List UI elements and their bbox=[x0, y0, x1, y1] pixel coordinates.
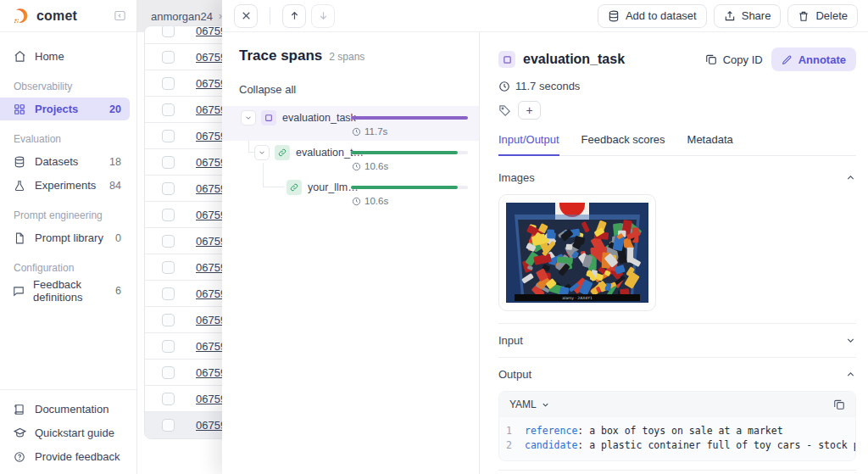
span-link-icon bbox=[287, 180, 302, 195]
span-duration-bar bbox=[351, 186, 458, 189]
add-tag-button[interactable]: + bbox=[518, 101, 541, 120]
sidebar-item-projects[interactable]: Projects 20 bbox=[0, 98, 130, 120]
sidebar-nav: Home Observability Projects 20 Evaluatio… bbox=[0, 32, 136, 302]
detail-tabs: Input/Output Feedback scores Metadata bbox=[498, 133, 856, 156]
share-button[interactable]: Share bbox=[714, 4, 782, 28]
next-trace-arrow-down-icon[interactable] bbox=[311, 4, 335, 28]
row-checkbox[interactable] bbox=[162, 419, 175, 432]
row-checkbox[interactable] bbox=[162, 103, 175, 116]
chevron-up-icon[interactable] bbox=[845, 369, 856, 380]
span-row-trace[interactable]: evaluation_task 11.7s bbox=[222, 106, 479, 141]
database-icon bbox=[608, 10, 620, 22]
row-checkbox[interactable] bbox=[162, 130, 175, 142]
sidebar-item-provide-feedback[interactable]: Provide feedback bbox=[0, 445, 130, 468]
span-row-grandchild[interactable]: your_llm_a... 10.6s bbox=[222, 176, 479, 210]
output-section-header[interactable]: Output bbox=[498, 368, 856, 381]
book-icon bbox=[13, 403, 26, 416]
delete-button[interactable]: Delete bbox=[787, 4, 858, 28]
add-to-dataset-button[interactable]: Add to dataset bbox=[598, 4, 707, 28]
row-checkbox[interactable] bbox=[162, 261, 175, 274]
code-line: 1reference: a box of toys on sale at a m… bbox=[499, 424, 855, 438]
span-count: 2 spans bbox=[329, 51, 364, 63]
header-divider bbox=[270, 8, 270, 25]
span-duration-bar bbox=[351, 151, 458, 154]
row-checkbox[interactable] bbox=[162, 209, 175, 221]
sidebar-item-label: Quickstart guide bbox=[35, 427, 114, 439]
format-select[interactable]: YAML bbox=[509, 399, 550, 410]
logo-row: comet bbox=[0, 0, 136, 32]
span-row-child[interactable]: evaluation_task 10.6s bbox=[222, 141, 479, 176]
breadcrumb-root[interactable]: anmorgan24 bbox=[151, 10, 213, 23]
span-duration-bar bbox=[351, 116, 468, 120]
tab-input-output[interactable]: Input/Output bbox=[498, 133, 559, 156]
trace-type-icon bbox=[498, 51, 515, 68]
sidebar-footer: Documentation Quickstart guide Provide f… bbox=[0, 389, 136, 469]
pencil-icon bbox=[782, 54, 793, 65]
close-icon[interactable] bbox=[234, 4, 258, 28]
images-section-header[interactable]: Images bbox=[498, 171, 856, 184]
row-checkbox[interactable] bbox=[162, 235, 175, 248]
output-section-label: Output bbox=[498, 368, 531, 381]
chevron-up-icon[interactable] bbox=[845, 172, 856, 183]
sidebar-item-label: Experiments bbox=[35, 179, 96, 192]
sidebar-item-label: Prompt library bbox=[35, 231, 103, 244]
row-checkbox[interactable] bbox=[162, 51, 175, 64]
flask-icon bbox=[13, 179, 26, 192]
sidebar-collapse-icon[interactable] bbox=[114, 9, 126, 22]
sidebar-item-label: Projects bbox=[35, 103, 78, 115]
row-checkbox[interactable] bbox=[162, 366, 175, 379]
annotate-button[interactable]: Annotate bbox=[771, 47, 856, 71]
span-duration: 10.6s bbox=[352, 161, 388, 171]
span-bar-track bbox=[351, 186, 468, 189]
sidebar-item-prompt-library[interactable]: Prompt library 0 bbox=[0, 226, 130, 249]
home-icon bbox=[13, 50, 26, 64]
sidebar-item-datasets[interactable]: Datasets 18 bbox=[0, 150, 130, 173]
row-checkbox[interactable] bbox=[162, 25, 175, 37]
chevron-down-icon[interactable] bbox=[254, 145, 270, 160]
sidebar-item-label: Documentation bbox=[35, 403, 108, 415]
sidebar-item-label: Feedback definitions bbox=[33, 278, 115, 304]
grid-icon bbox=[13, 103, 26, 116]
document-icon bbox=[13, 231, 26, 245]
row-checkbox[interactable] bbox=[162, 77, 175, 90]
sidebar-item-home[interactable]: Home bbox=[0, 45, 130, 68]
datasets-count: 18 bbox=[109, 156, 121, 168]
tag-icon bbox=[498, 104, 511, 117]
experiments-count: 84 bbox=[109, 180, 121, 192]
row-checkbox[interactable] bbox=[162, 314, 175, 326]
trace-spans-panel: Trace spans 2 spans Collapse all bbox=[222, 32, 480, 474]
sidebar-item-label: Datasets bbox=[35, 155, 78, 168]
chat-icon bbox=[13, 284, 25, 298]
image-watermark-caption: alamy · 2AX4Y1 bbox=[562, 296, 593, 300]
trace-detail-sheet: Add to dataset Share Delete bbox=[222, 0, 868, 474]
prev-trace-arrow-up-icon[interactable] bbox=[282, 4, 306, 28]
row-checkbox[interactable] bbox=[162, 340, 175, 353]
input-section-header[interactable]: Input bbox=[498, 334, 856, 347]
sidebar-section-configuration: Configuration bbox=[0, 250, 136, 278]
sidebar-item-quickstart-guide[interactable]: Quickstart guide bbox=[0, 421, 130, 444]
copy-id-button[interactable]: Copy ID bbox=[705, 53, 763, 66]
row-checkbox[interactable] bbox=[162, 182, 175, 195]
sidebar-item-label: Provide feedback bbox=[35, 450, 120, 463]
collapse-all-link[interactable]: Collapse all bbox=[222, 64, 479, 96]
row-checkbox[interactable] bbox=[162, 156, 175, 169]
copy-output-icon[interactable] bbox=[833, 399, 845, 410]
sidebar-item-documentation[interactable]: Documentation bbox=[0, 398, 130, 421]
copy-icon bbox=[705, 53, 717, 65]
chevron-down-icon[interactable] bbox=[241, 110, 256, 125]
sidebar-item-feedback-definitions[interactable]: Feedback definitions 6 bbox=[0, 279, 130, 302]
sidebar-item-experiments[interactable]: Experiments 84 bbox=[0, 174, 130, 197]
tab-metadata[interactable]: Metadata bbox=[687, 133, 733, 155]
row-checkbox[interactable] bbox=[162, 393, 175, 405]
span-link-icon bbox=[275, 145, 290, 160]
span-title: evaluation_task bbox=[523, 52, 625, 67]
row-checkbox[interactable] bbox=[162, 287, 175, 300]
sheet-header: Add to dataset Share Delete bbox=[222, 0, 868, 32]
yaml-code: 1reference: a box of toys on sale at a m… bbox=[499, 417, 855, 460]
span-detail-panel: evaluation_task Copy ID Anno bbox=[480, 32, 868, 474]
attachment-image-card[interactable]: alamy · 2AX4Y1 bbox=[498, 194, 656, 311]
trash-icon bbox=[798, 10, 810, 22]
tab-feedback-scores[interactable]: Feedback scores bbox=[581, 133, 665, 155]
yaml-header: YAML bbox=[499, 392, 855, 417]
chevron-down-icon[interactable] bbox=[845, 335, 856, 346]
